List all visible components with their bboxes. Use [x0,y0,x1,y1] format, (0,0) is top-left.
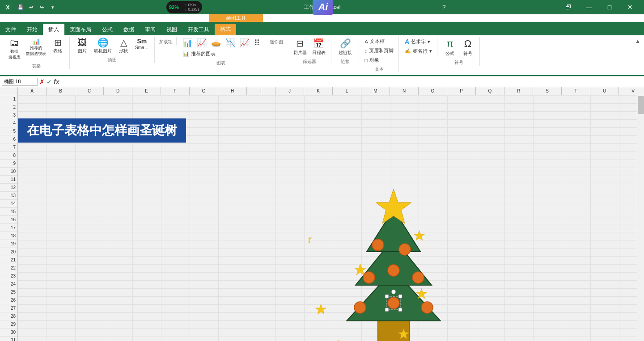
undo-btn[interactable]: ↩ [26,2,36,12]
svg-point-20 [388,297,399,309]
ai-button[interactable]: Ai [313,0,333,15]
customize-btn[interactable]: ▾ [48,2,58,12]
chart-recommend-row: 📊 推荐的图表 [181,50,235,58]
save-btn[interactable]: 💾 [16,2,25,12]
smartart-btn[interactable]: Sm Sma… [133,37,151,51]
line-chart-btn[interactable]: 📈 [195,37,208,49]
group-link-label: 链接 [341,59,350,65]
shape-icon: △ [120,38,127,47]
scrollbar-thumb[interactable] [638,96,644,114]
confirm-formula-btn[interactable]: ✓ [47,78,52,85]
close-btn[interactable]: ✕ [620,0,640,14]
scatter-chart-btn[interactable]: ⠿ [253,37,261,49]
wordart-btn[interactable]: A 艺术字▾ [403,37,432,46]
col-chart-btn[interactable]: 📊 [181,37,194,49]
row-number-21: 21 [0,256,17,264]
cancel-formula-btn[interactable]: ✗ [39,78,45,85]
slicer-btn[interactable]: ⊟ 切片器 [292,37,309,57]
pivot-table-btn[interactable]: 🗂 数据透视表 [6,37,22,61]
row-number-24: 24 [0,280,17,288]
group-link-items: 🔗 超链接 [337,37,354,57]
area-chart-icon: 📈 [240,38,250,48]
row-number-30: 30 [0,328,17,337]
recommend-pivot-btn[interactable]: 📊 推荐的数据透视表 [24,37,48,58]
textbox-btn[interactable]: A文本框 [364,37,386,46]
group-text-label: 文本 [375,66,384,72]
hyperlink-btn[interactable]: 🔗 超链接 [337,37,354,57]
ribbon-expand-btn[interactable]: ▲ [634,37,641,45]
scrollbar-vertical[interactable] [637,95,644,341]
calendar-btn[interactable]: 📅 日程表 [310,37,327,57]
table-btn[interactable]: ⊞ 表格 [50,37,66,55]
omega-icon: Ω [464,38,471,50]
line-chart-icon: 📈 [197,38,207,48]
pie-chart-btn[interactable]: 🥧 [210,37,222,49]
row-number-9: 9 [0,160,17,168]
minimize-btn[interactable]: — [579,0,599,14]
group-symbol-label: 符号 [454,59,463,66]
row-number-7: 7 [0,143,17,152]
omega-btn[interactable]: Ω 符号 [460,37,476,58]
cell-reference[interactable]: 椭圆 18 [2,78,38,86]
signature-btn[interactable]: ✍签名行▾ [403,47,433,55]
tab-review[interactable]: 审阅 [140,24,161,35]
maximize-btn[interactable]: □ [599,0,620,14]
col-header-q: Q [476,87,504,95]
header-footer-btn[interactable]: ↕页眉和页脚 [364,46,395,55]
row-num-header [0,87,18,95]
col-header-u: U [590,87,619,95]
image-btn[interactable]: 🖼 图片 [74,37,90,55]
tab-dev[interactable]: 开发工具 [182,24,215,35]
formula-symbol-btn[interactable]: π 公式 [442,37,458,58]
bar-chart-btn[interactable]: 📉 [224,37,237,49]
area-chart-btn[interactable]: 📈 [238,37,251,49]
shape-btn[interactable]: △ 形状 [115,37,131,55]
row-number-14: 14 [0,200,17,208]
help-button[interactable]: ? [442,4,446,11]
group-chart: 📊 📈 🥧 📉 📈 ⠿ 📊 推荐的图表 图表 [178,37,265,66]
tab-insert[interactable]: 插入 [43,24,64,35]
formula-input[interactable] [61,78,642,86]
object-btn[interactable]: □对象 [364,56,381,64]
formula-symbol-icon: π [446,38,453,50]
restore-btn[interactable]: 🗗 [558,0,579,14]
scatter-chart-icon: ⠿ [254,38,260,48]
online-image-btn[interactable]: 🌐 联机图片 [92,37,114,55]
redo-btn[interactable]: ↪ [37,2,47,12]
group-table: 🗂 数据透视表 📊 推荐的数据透视表 ⊞ 表格 表格 [3,37,70,69]
col-header-e: E [132,87,161,95]
group-link: 🔗 超链接 链接 [332,37,359,65]
tab-formula[interactable]: 公式 [97,24,118,35]
group-text-items: A文本框 ↕页眉和页脚 □对象 [364,37,395,64]
tab-file[interactable]: 文件 [0,24,21,35]
tab-format[interactable]: 格式 [215,24,236,35]
row-number-19: 19 [0,240,17,248]
insert-function-btn[interactable]: fx [54,78,59,85]
perf-widget: 92% ↑ 0K/s ↓ 0.2K/s [166,1,202,13]
col-header-m: M [361,87,390,95]
header-banner: 在电子表格中怎样画圣诞树 [18,118,186,143]
svg-point-18 [354,302,366,313]
title-bar: X 💾 ↩ ↪ ▾ 工作簿1 - Excel 92% ↑ 0K/s ↓ 0.2K… [0,0,644,14]
tab-view[interactable]: 视图 [161,24,182,35]
group-chart-label: 图表 [216,60,225,66]
cells-area: 在电子表格中怎样画圣诞树 [18,95,644,341]
network-stats: ↑ 0K/s ↓ 0.2K/s [185,3,200,12]
formula-icons: ✗ ✓ fx [39,78,59,85]
group-addin-label: 加载项 [159,39,173,45]
wordart-icon: A [405,38,409,45]
tab-data[interactable]: 数据 [118,24,140,35]
col-header-g: G [190,87,218,95]
svg-rect-0 [378,319,409,341]
group-minimap: 迷你图 [266,37,287,45]
svg-marker-5 [354,264,366,275]
spreadsheet-body: 1234567891011121314151617181920212223242… [0,95,644,341]
recommend-pivot-icon: 📊 [32,38,40,44]
svg-point-26 [391,290,396,294]
row-number-16: 16 [0,216,17,224]
title-bar-left: X 💾 ↩ ↪ ▾ [4,2,58,12]
tab-home[interactable]: 开始 [21,24,43,35]
row-number-28: 28 [0,312,17,320]
recommend-chart-btn[interactable]: 📊 推荐的图表 [181,50,235,58]
tab-layout[interactable]: 页面布局 [64,24,97,35]
